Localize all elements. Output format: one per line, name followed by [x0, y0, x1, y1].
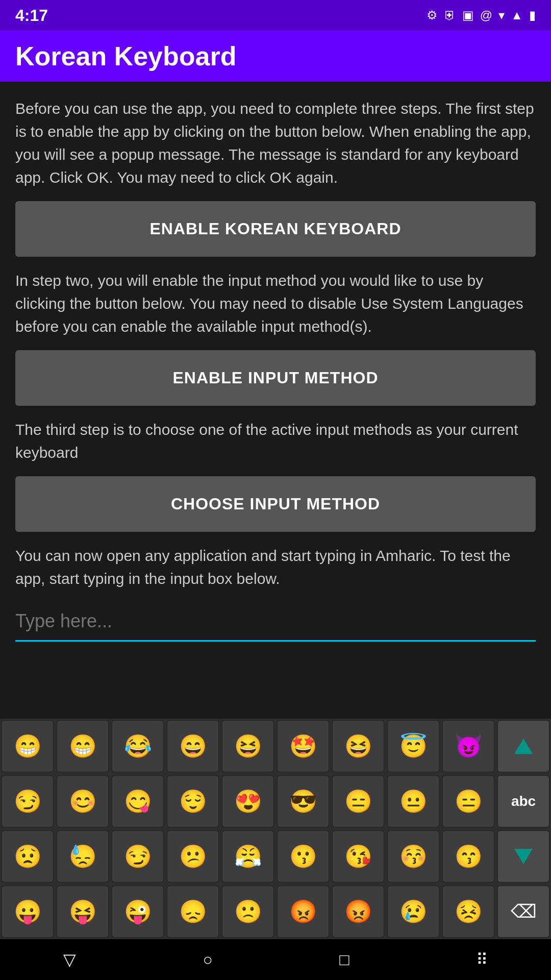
emoji-key[interactable]: 😢	[387, 886, 439, 938]
signal-icon: ▲	[511, 8, 523, 22]
status-bar: 4:17 ⚙ ⛨ ▣ @ ▾ ▲ ▮	[0, 0, 551, 31]
keyboard-row-3: 😟 😓 😏 😕 😤 😗 😘 😚 😙	[0, 829, 551, 884]
keyboard-row-2: 😏 😊 😋 😌 😍 😎 😑 😐 😑 abc	[0, 774, 551, 829]
emoji-key[interactable]: 😡	[332, 886, 384, 938]
nav-back-icon[interactable]: ▽	[63, 950, 76, 969]
status-icons: ⚙ ⛨ ▣ @ ▾ ▲ ▮	[427, 8, 536, 22]
triangle-down-icon	[514, 849, 533, 864]
nav-apps-icon[interactable]: ⠿	[476, 950, 488, 969]
emoji-key[interactable]: 🙁	[222, 886, 274, 938]
main-content: Before you can use the app, you need to …	[0, 82, 551, 642]
nav-recents-icon[interactable]: □	[339, 950, 349, 969]
emoji-key[interactable]: 🤩	[277, 720, 329, 772]
abc-label: abc	[511, 793, 536, 810]
step3-description: The third step is to choose one of the a…	[15, 418, 536, 464]
emoji-key[interactable]: 😐	[387, 775, 439, 827]
enable-keyboard-button[interactable]: ENABLE KOREAN KEYBOARD	[15, 201, 536, 257]
emoji-key[interactable]: 😗	[277, 830, 329, 883]
emoji-key[interactable]: 😤	[222, 830, 274, 883]
at-icon: @	[480, 8, 492, 22]
step2-description: In step two, you will enable the input m…	[15, 269, 536, 338]
emoji-key[interactable]: 😜	[112, 886, 164, 938]
scroll-up-key[interactable]	[497, 720, 549, 772]
choose-input-button[interactable]: CHOOSE INPUT METHOD	[15, 476, 536, 532]
emoji-key[interactable]: 😄	[167, 720, 219, 772]
emoji-key[interactable]: 😎	[277, 775, 329, 827]
scroll-down-key[interactable]	[497, 830, 549, 883]
step4-description: You can now open any application and sta…	[15, 544, 536, 590]
step1-description: Before you can use the app, you need to …	[15, 97, 536, 189]
emoji-key[interactable]: 😋	[112, 775, 164, 827]
shield-icon: ⛨	[444, 8, 456, 22]
emoji-key[interactable]: 😑	[442, 775, 494, 827]
emoji-key[interactable]: 😕	[167, 830, 219, 883]
test-input[interactable]	[15, 602, 536, 642]
status-time: 4:17	[15, 6, 48, 25]
card-icon: ▣	[462, 8, 474, 22]
emoji-key[interactable]: 😝	[57, 886, 109, 938]
emoji-key[interactable]: 😂	[112, 720, 164, 772]
emoji-key-devil[interactable]: 😈	[442, 720, 494, 772]
emoji-key[interactable]: 😛	[2, 886, 54, 938]
nav-home-icon[interactable]: ○	[203, 950, 212, 969]
app-bar: Korean Keyboard	[0, 31, 551, 82]
emoji-key[interactable]: 😓	[57, 830, 109, 883]
wifi-icon: ▾	[498, 8, 505, 22]
emoji-key[interactable]: 😡	[277, 886, 329, 938]
emoji-key[interactable]: 😣	[442, 886, 494, 938]
emoji-key[interactable]: 😙	[442, 830, 494, 883]
emoji-key[interactable]: 😌	[167, 775, 219, 827]
emoji-key[interactable]: 😁	[57, 720, 109, 772]
emoji-key[interactable]: 😚	[387, 830, 439, 883]
emoji-key[interactable]: 😁	[2, 720, 54, 772]
enable-input-button[interactable]: ENABLE INPUT METHOD	[15, 350, 536, 406]
emoji-keyboard: 😁 😁 😂 😄 😆 🤩 😆 😇 😈 😏 😊 😋 😌 😍 😎 😑 😐 😑 abc …	[0, 719, 551, 939]
emoji-key[interactable]: 😊	[57, 775, 109, 827]
nav-bar: ▽ ○ □ ⠿	[0, 939, 551, 980]
triangle-up-icon	[514, 739, 533, 754]
emoji-key[interactable]: 😞	[167, 886, 219, 938]
emoji-key[interactable]: 😏	[2, 775, 54, 827]
emoji-key[interactable]: 😘	[332, 830, 384, 883]
settings-icon: ⚙	[427, 8, 438, 22]
battery-icon: ▮	[529, 8, 536, 22]
backspace-key[interactable]: ⌫	[497, 886, 549, 938]
emoji-key[interactable]: 😏	[112, 830, 164, 883]
emoji-key[interactable]: 😆	[332, 720, 384, 772]
emoji-key[interactable]: 😆	[222, 720, 274, 772]
backspace-icon: ⌫	[511, 901, 537, 922]
emoji-key[interactable]: 😍	[222, 775, 274, 827]
emoji-key[interactable]: 😑	[332, 775, 384, 827]
app-title: Korean Keyboard	[15, 41, 236, 71]
keyboard-row-4: 😛 😝 😜 😞 🙁 😡 😡 😢 😣 ⌫	[0, 884, 551, 939]
emoji-key[interactable]: 😟	[2, 830, 54, 883]
abc-key[interactable]: abc	[497, 775, 549, 827]
keyboard-row-1: 😁 😁 😂 😄 😆 🤩 😆 😇 😈	[0, 719, 551, 774]
emoji-key[interactable]: 😇	[387, 720, 439, 772]
